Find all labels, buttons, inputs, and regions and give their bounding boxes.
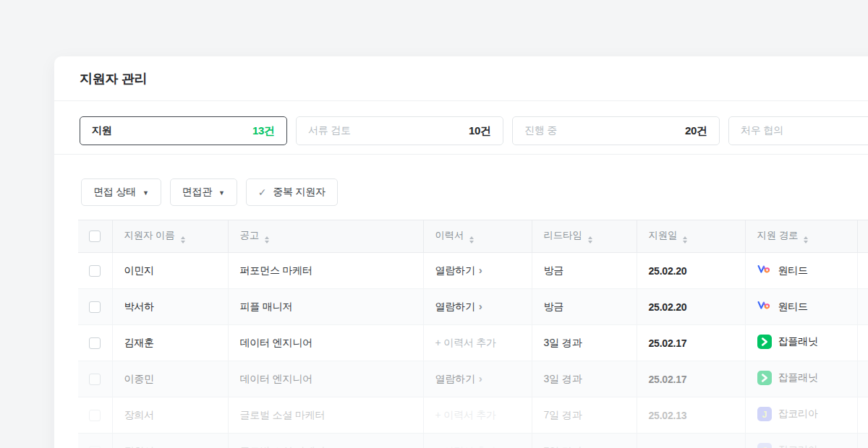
jobplanet-logo-icon bbox=[757, 335, 772, 349]
filter-label: 면접관 bbox=[182, 186, 212, 199]
column-header-resume[interactable]: 이력서 bbox=[423, 220, 532, 253]
applicant-management-card: 지원자 관리 지원 13건 서류 검토 10건 진행 중 20건 처우 협의 면… bbox=[54, 56, 868, 448]
resume-cell: + 이력서 추가 bbox=[423, 434, 532, 448]
applicant-name: 장희서 bbox=[112, 397, 228, 434]
posting-title: 글로벌 소셜 마케터 bbox=[228, 397, 423, 434]
applicant-name: 박서하 bbox=[112, 289, 228, 325]
resume-add-link[interactable]: + 이력서 추가 bbox=[435, 445, 496, 448]
posting-title: 피플 매니저 bbox=[228, 289, 423, 325]
wanted-logo-icon bbox=[757, 264, 772, 278]
leadtime-value: 7일 경과 bbox=[532, 397, 637, 434]
chevron-right-icon: › bbox=[479, 264, 482, 276]
applied-date-value: 25.02.13 bbox=[637, 434, 745, 448]
stage-tab-label: 지원 bbox=[92, 124, 112, 137]
source-cell: 잡플래닛 bbox=[745, 325, 857, 361]
card-header: 지원자 관리 bbox=[54, 56, 868, 101]
resume-view-link[interactable]: 열람하기› bbox=[435, 301, 482, 312]
sort-icon bbox=[588, 236, 592, 244]
resume-view-link[interactable]: 열람하기› bbox=[435, 264, 482, 276]
table-row[interactable]: 장희서 글로벌 소셜 마케터 + 이력서 추가 7일 경과 25.02.13 J… bbox=[78, 397, 868, 434]
applicant-name: 김재훈 bbox=[112, 325, 228, 361]
applied-date-value: 25.02.17 bbox=[637, 361, 745, 397]
stage-tab-applied[interactable]: 지원 13건 bbox=[80, 116, 287, 145]
extra-cell bbox=[857, 289, 868, 325]
table-row[interactable]: 김재훈 데이터 엔지니어 + 이력서 추가 3일 경과 25.02.17 잡플래… bbox=[78, 325, 868, 361]
applicant-table: 지원자 이름 공고 이력서 리드타임 지원일 지원 경로 이민지 퍼포먼스 마케… bbox=[78, 220, 868, 448]
chevron-down-icon: ▼ bbox=[218, 190, 225, 197]
source-cell: 잡플래닛 bbox=[745, 361, 857, 397]
extra-cell bbox=[857, 434, 868, 448]
row-checkbox[interactable] bbox=[89, 374, 101, 385]
applied-date-value: 25.02.17 bbox=[637, 325, 745, 361]
resume-add-link[interactable]: + 이력서 추가 bbox=[435, 337, 496, 348]
wanted-logo-icon bbox=[757, 300, 772, 314]
column-header-leadtime[interactable]: 리드타임 bbox=[532, 220, 637, 253]
source-cell: 원티드 bbox=[745, 289, 857, 325]
resume-view-link[interactable]: 열람하기› bbox=[435, 373, 482, 384]
posting-title: 글로벌 소셜 마케터 bbox=[228, 434, 423, 448]
table-row[interactable]: 박서하 피플 매니저 열람하기› 방금 25.02.20 원티드 bbox=[78, 289, 868, 325]
sort-icon bbox=[181, 236, 185, 244]
applicant-name: 장희서 bbox=[112, 434, 228, 448]
page-title: 지원자 관리 bbox=[80, 70, 147, 87]
table-row[interactable]: 이종민 데이터 엔지니어 열람하기› 3일 경과 25.02.17 잡플래닛 bbox=[78, 361, 868, 397]
stage-tab-label: 진행 중 bbox=[524, 124, 557, 137]
column-header-applied-date[interactable]: 지원일 bbox=[637, 220, 745, 253]
source-cell: J 잡코리아 bbox=[745, 397, 857, 434]
stage-tab-document-review[interactable]: 서류 검토 10건 bbox=[296, 116, 503, 145]
source-label: 잡플래닛 bbox=[778, 371, 818, 384]
chevron-right-icon: › bbox=[479, 372, 482, 384]
column-header-source[interactable]: 지원 경로 bbox=[745, 220, 857, 253]
stage-tab-count: 20건 bbox=[685, 124, 707, 138]
resume-cell: 열람하기› bbox=[423, 253, 532, 289]
leadtime-value: 3일 경과 bbox=[532, 361, 637, 397]
source-cell: J 잡코리아 bbox=[745, 434, 857, 448]
applicant-name: 이종민 bbox=[112, 361, 228, 397]
select-all-checkbox[interactable] bbox=[89, 231, 101, 242]
extra-cell bbox=[857, 325, 868, 361]
leadtime-value: 3일 경과 bbox=[532, 325, 637, 361]
stage-tabs: 지원 13건 서류 검토 10건 진행 중 20건 처우 협의 bbox=[54, 101, 868, 155]
stage-tab-in-progress[interactable]: 진행 중 20건 bbox=[512, 116, 720, 145]
svg-text:J: J bbox=[762, 410, 767, 420]
jobplanet-logo-icon bbox=[757, 371, 772, 385]
stage-tab-label: 처우 협의 bbox=[741, 124, 783, 137]
row-checkbox[interactable] bbox=[89, 410, 101, 421]
applied-date-value: 25.02.20 bbox=[637, 289, 745, 325]
interviewer-filter[interactable]: 면접관 ▼ bbox=[170, 178, 237, 206]
table-row[interactable]: 이민지 퍼포먼스 마케터 열람하기› 방금 25.02.20 원티드 bbox=[78, 253, 868, 289]
stage-tab-label: 서류 검토 bbox=[308, 124, 351, 137]
resume-add-link[interactable]: + 이력서 추가 bbox=[435, 409, 496, 421]
resume-cell: + 이력서 추가 bbox=[423, 397, 532, 434]
applicant-name: 이민지 bbox=[112, 253, 228, 289]
extra-cell bbox=[857, 253, 868, 289]
leadtime-value: 7일 경과 bbox=[532, 434, 637, 448]
row-checkbox[interactable] bbox=[89, 337, 101, 349]
source-label: 원티드 bbox=[778, 264, 808, 277]
column-header-posting[interactable]: 공고 bbox=[228, 220, 423, 253]
table-row[interactable]: 장희서 글로벌 소셜 마케터 + 이력서 추가 7일 경과 25.02.13 J… bbox=[78, 434, 868, 448]
resume-cell: + 이력서 추가 bbox=[423, 325, 532, 361]
extra-cell bbox=[857, 397, 868, 434]
resume-cell: 열람하기› bbox=[423, 289, 532, 325]
column-header-name[interactable]: 지원자 이름 bbox=[112, 220, 228, 253]
jobkorea-logo-icon: J bbox=[757, 407, 772, 421]
leadtime-value: 방금 bbox=[532, 253, 637, 289]
sort-icon bbox=[683, 236, 687, 244]
jobkorea-logo-icon: J bbox=[757, 443, 772, 448]
interview-status-filter[interactable]: 면접 상태 ▼ bbox=[81, 178, 161, 206]
stage-tab-offer-discussion[interactable]: 처우 협의 bbox=[728, 116, 868, 145]
svg-text:J: J bbox=[762, 446, 767, 448]
sort-icon bbox=[804, 236, 808, 244]
stage-tab-count: 10건 bbox=[469, 124, 491, 138]
row-checkbox[interactable] bbox=[89, 301, 101, 313]
applied-date-value: 25.02.20 bbox=[637, 253, 745, 289]
sort-icon bbox=[265, 236, 269, 244]
duplicate-applicants-toggle[interactable]: ✓ 중복 지원자 bbox=[246, 178, 338, 206]
table-header-row: 지원자 이름 공고 이력서 리드타임 지원일 지원 경로 bbox=[78, 220, 868, 253]
sort-icon bbox=[469, 236, 474, 244]
table-body: 이민지 퍼포먼스 마케터 열람하기› 방금 25.02.20 원티드 박서하 피… bbox=[78, 253, 868, 448]
posting-title: 데이터 엔지니어 bbox=[228, 361, 423, 397]
applied-date-value: 25.02.13 bbox=[637, 397, 745, 434]
row-checkbox[interactable] bbox=[89, 265, 101, 277]
